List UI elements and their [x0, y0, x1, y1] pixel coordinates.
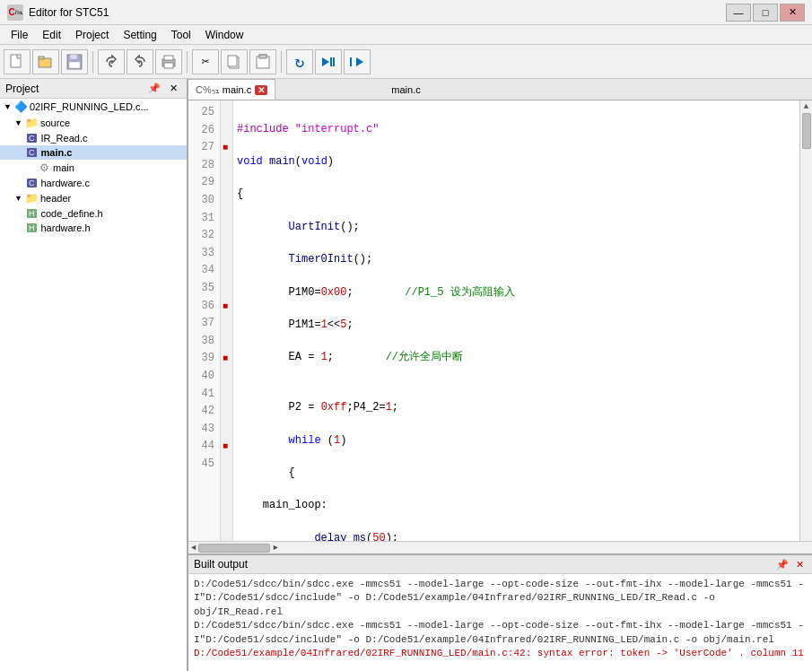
ir-read-icon: C — [27, 134, 37, 143]
built-pin-button[interactable]: 📌 — [773, 559, 791, 571]
tree-label-source: source — [40, 118, 70, 128]
project-tree: ▼ 🔷 02IRF_RUNNING_LED.c... ▼ 📁 source C … — [0, 99, 187, 671]
new-button[interactable] — [4, 49, 31, 74]
menu-file[interactable]: File — [4, 27, 35, 43]
tree-label-hardware-c: hardware.c — [41, 178, 90, 188]
menu-project[interactable]: Project — [68, 27, 116, 43]
undo-button[interactable] — [98, 49, 125, 74]
build-line-1: D:/Code51/sdcc/bin/sdcc.exe -mmcs51 --mo… — [194, 578, 807, 619]
breakpoint-gutter: ■ ■ ■ ■ — [221, 100, 233, 541]
tree-label-hardware-h: hardware.h — [41, 222, 91, 233]
menu-setting[interactable]: Setting — [116, 27, 163, 43]
tree-item-code-define-h[interactable]: H code_define.h — [0, 206, 187, 221]
tree-label-main-c: main.c — [41, 147, 73, 158]
close-button[interactable]: ✕ — [780, 4, 805, 22]
menu-tool[interactable]: Tool — [164, 27, 198, 43]
tab-c51-icon: C%₅₁ — [196, 84, 219, 96]
svg-rect-5 — [69, 62, 80, 68]
separator-3 — [281, 51, 282, 73]
editor-area-title: main.c — [319, 84, 492, 95]
menu-bar: File Edit Project Setting Tool Window — [0, 25, 812, 45]
svg-marker-17 — [356, 57, 363, 66]
line-number-gutter: 25 26 27 28 29 30 31 32 33 34 35 36 37 3… — [188, 100, 221, 541]
svg-rect-8 — [164, 63, 173, 68]
expand-arrow-root: ▼ — [4, 102, 13, 111]
code-content[interactable]: #include "interrupt.c" void main(void) {… — [233, 100, 799, 541]
h-scroll-thumb[interactable] — [198, 544, 270, 553]
tree-label-main-fn: main — [53, 162, 74, 173]
build-button[interactable]: ↻ — [286, 49, 313, 74]
editor-tab-main-c[interactable]: C%₅₁ main.c ✕ — [188, 79, 275, 100]
window-controls[interactable]: — □ ✕ — [726, 4, 805, 22]
tree-item-ir-read[interactable]: C IR_Read.c — [0, 131, 187, 145]
tree-item-root[interactable]: ▼ 🔷 02IRF_RUNNING_LED.c... — [0, 99, 187, 115]
scroll-thumb[interactable] — [802, 113, 811, 149]
vertical-scrollbar[interactable]: ▲ — [799, 100, 812, 541]
tab-filename: main.c — [223, 84, 251, 95]
tree-label-root: 02IRF_RUNNING_LED.c... — [30, 101, 149, 112]
editor-area: C%₅₁ main.c ✕ main.c 25 26 27 28 29 30 3… — [188, 79, 812, 671]
tab-close-button[interactable]: ✕ — [255, 85, 267, 95]
tree-item-header[interactable]: ▼ 📁 header — [0, 190, 187, 206]
menu-edit[interactable]: Edit — [35, 27, 68, 43]
built-output-content[interactable]: D:/Code51/sdcc/bin/sdcc.exe -mmcs51 --mo… — [188, 574, 812, 671]
h-scroll-left[interactable]: ◄ — [188, 544, 198, 553]
hardware-c-icon: C — [27, 179, 37, 187]
compile-button[interactable] — [315, 49, 342, 74]
minimize-button[interactable]: — — [726, 4, 751, 22]
redo-button[interactable] — [127, 49, 153, 74]
title-bar: C/₅₁ Editor for STC51 — □ ✕ — [0, 0, 812, 25]
svg-rect-13 — [259, 55, 266, 58]
stop-button[interactable] — [344, 49, 371, 74]
tree-item-hardware-c[interactable]: C hardware.c — [0, 176, 187, 190]
project-panel-title: Project — [5, 83, 39, 95]
tree-label-header: header — [40, 193, 71, 204]
project-panel-header: Project 📌 ✕ — [0, 79, 187, 99]
separator-1 — [92, 51, 93, 73]
tree-label-ir-read: IR_Read.c — [41, 133, 88, 144]
build-line-2: D:/Code51/sdcc/bin/sdcc.exe -mmcs51 --mo… — [194, 619, 807, 647]
window-title: Editor for STC51 — [29, 6, 726, 19]
built-output-title: Built output — [194, 558, 248, 571]
save-button[interactable] — [61, 49, 88, 74]
main-layout: Project 📌 ✕ ▼ 🔷 02IRF_RUNNING_LED.c... ▼… — [0, 79, 812, 671]
project-panel: Project 📌 ✕ ▼ 🔷 02IRF_RUNNING_LED.c... ▼… — [0, 79, 188, 671]
code-editor[interactable]: 25 26 27 28 29 30 31 32 33 34 35 36 37 3… — [188, 100, 812, 541]
main-c-icon: C — [27, 148, 37, 157]
app-icon: C/₅₁ — [7, 4, 23, 21]
maximize-button[interactable]: □ — [753, 4, 778, 22]
h-scroll-right[interactable]: ► — [270, 544, 280, 553]
built-close-button[interactable]: ✕ — [793, 559, 807, 571]
scroll-up-arrow[interactable]: ▲ — [804, 102, 808, 111]
code-define-h-icon: H — [27, 209, 37, 218]
menu-window[interactable]: Window — [198, 27, 251, 43]
svg-rect-0 — [11, 55, 21, 67]
build-error-line: D:/Code51/example/04Infrared/02IRF_RUNNI… — [194, 647, 807, 660]
paste-button[interactable] — [249, 49, 276, 74]
copy-button[interactable] — [221, 49, 248, 74]
panel-close-button[interactable]: ✕ — [166, 82, 181, 95]
toolbar: ✂ ↻ — [0, 45, 812, 79]
svg-rect-2 — [39, 57, 44, 59]
source-folder-icon: 📁 — [25, 117, 39, 129]
cut-button[interactable]: ✂ — [192, 49, 219, 74]
project-icon: 🔷 — [14, 100, 28, 113]
print-button[interactable] — [155, 49, 182, 74]
open-button[interactable] — [32, 49, 59, 74]
tree-item-main-c[interactable]: C main.c — [0, 145, 187, 160]
hardware-h-icon: H — [27, 223, 37, 232]
svg-rect-4 — [70, 55, 77, 59]
horizontal-scrollbar[interactable]: ◄ ► — [188, 541, 812, 553]
built-output-header: Built output 📌 ✕ — [188, 555, 812, 574]
tree-item-hardware-h[interactable]: H hardware.h — [0, 221, 187, 235]
separator-2 — [187, 51, 188, 73]
panel-pin-button[interactable]: 📌 — [144, 82, 164, 95]
built-output-panel: Built output 📌 ✕ D:/Code51/sdcc/bin/sdcc… — [188, 553, 812, 671]
tree-label-code-define-h: code_define.h — [41, 208, 103, 219]
svg-rect-10 — [228, 56, 237, 66]
header-folder-icon: 📁 — [25, 192, 39, 205]
gear-icon-main: ⚙ — [39, 161, 49, 174]
tree-item-main-fn[interactable]: ⚙ main — [0, 160, 187, 176]
expand-arrow-header: ▼ — [14, 194, 23, 203]
tree-item-source[interactable]: ▼ 📁 source — [0, 115, 187, 131]
